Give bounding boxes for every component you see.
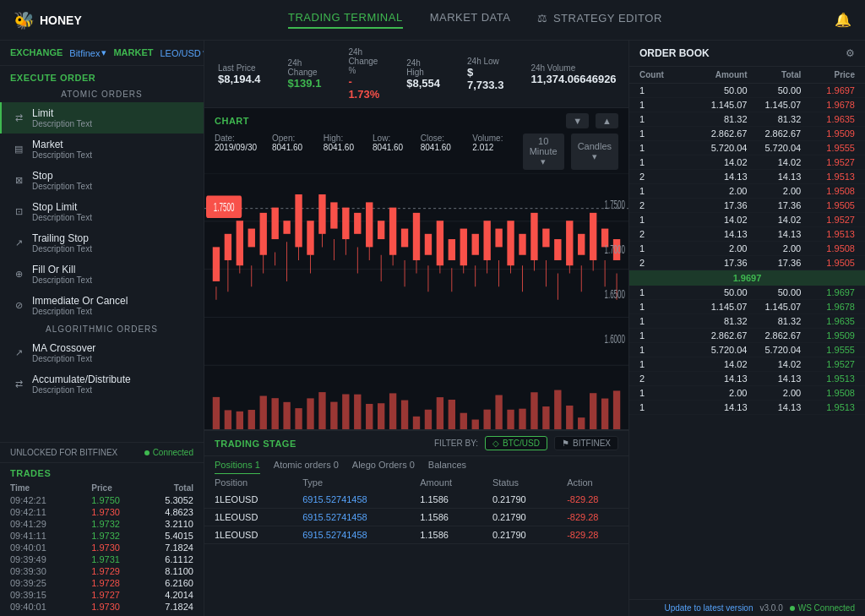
nav-tabs: TRADING TERMINAL MARKET DATA ⚖ STRATEGY … bbox=[116, 11, 835, 29]
ob-price: 1.9508 bbox=[801, 388, 855, 398]
connected-badge: Connected bbox=[144, 448, 193, 457]
order-item-limit[interactable]: ⇄ Limit Description Text bbox=[0, 102, 204, 134]
ob-count: 1 bbox=[639, 85, 694, 95]
logo: 🐝 HONEY bbox=[14, 10, 82, 30]
order-item-immediate-or-cancel[interactable]: ⊘ Immediate Or Cancel Description Text bbox=[0, 290, 204, 321]
ob-count: 1 bbox=[639, 100, 694, 110]
market-selector[interactable]: LEO/USD ▾ bbox=[160, 47, 204, 58]
filter-bitfinex-btn[interactable]: ⚑ BITFINEX bbox=[554, 436, 618, 450]
svg-rect-34 bbox=[354, 213, 361, 234]
svg-rect-60 bbox=[507, 221, 514, 265]
stop-desc: Description Text bbox=[32, 182, 92, 191]
filter-btc-btn[interactable]: ◇ BTC/USD bbox=[485, 436, 547, 450]
trade-time: 09:39:49 bbox=[10, 554, 46, 564]
order-item-trailing-stop[interactable]: ↗ Trailing Stop Description Text bbox=[0, 227, 204, 259]
order-item-market[interactable]: ▤ Market Description Text bbox=[0, 134, 204, 165]
accumulate-label: Accumulate/Distribute bbox=[32, 373, 131, 385]
update-link[interactable]: Update to latest version bbox=[664, 603, 753, 613]
change-pct-item: 24h Change % - 1.73% bbox=[348, 47, 379, 101]
ob-price: 1.9508 bbox=[801, 243, 855, 253]
order-item-accumulate[interactable]: ⇄ Accumulate/Distribute Description Text bbox=[0, 368, 204, 400]
orderbook-rows: 1 50.00 50.00 1.9697 1 1.145.07 1.145.07… bbox=[629, 84, 865, 599]
chart-type-selector[interactable]: Candles ▾ bbox=[571, 134, 618, 170]
orderbook-cols: Count Amount Total Price bbox=[629, 67, 865, 84]
ob-amount-header: Amount bbox=[694, 70, 748, 79]
order-item-fill-or-kill[interactable]: ⊕ Fill Or Kill Description Text bbox=[0, 259, 204, 290]
svg-rect-105 bbox=[519, 409, 525, 429]
exchange-bar: EXCHANGE Bitfinex ▾ MARKET LEO/USD ▾ bbox=[0, 41, 204, 66]
svg-text:1.7500: 1.7500 bbox=[604, 197, 625, 211]
low-label: 24h Low bbox=[467, 57, 503, 66]
trade-price: 1.9731 bbox=[91, 554, 120, 564]
chart-expand-btn[interactable]: ▲ bbox=[596, 113, 618, 128]
svg-rect-104 bbox=[507, 410, 514, 429]
filter-icon: ⚑ bbox=[562, 439, 569, 448]
trailing-stop-icon: ↗ bbox=[12, 237, 25, 248]
stage-tabs: Positions 1 Atomic orders 0 Alego Orders… bbox=[204, 456, 628, 474]
action-cell: -829.28 bbox=[557, 509, 628, 526]
tab-trading-terminal[interactable]: TRADING TERMINAL bbox=[288, 11, 403, 29]
svg-rect-90 bbox=[342, 395, 349, 429]
gear-icon[interactable]: ⚙ bbox=[846, 47, 855, 59]
svg-rect-112 bbox=[601, 399, 608, 429]
chart-controls: ▼ ▲ bbox=[566, 113, 618, 128]
trade-row: 09:42:21 1.9750 5.3052 bbox=[10, 494, 193, 506]
svg-rect-70 bbox=[566, 221, 573, 265]
ob-amount: 1.145.07 bbox=[694, 302, 748, 312]
top-nav: 🐝 HONEY TRADING TERMINAL MARKET DATA ⚖ S… bbox=[0, 0, 865, 41]
chart-header: CHART ▼ ▲ bbox=[204, 108, 628, 134]
svg-rect-113 bbox=[613, 390, 620, 429]
trade-time: 09:40:01 bbox=[10, 542, 46, 553]
limit-icon: ⇄ bbox=[12, 112, 25, 123]
interval-selector[interactable]: 10 Minute ▾ bbox=[523, 134, 564, 170]
trades-total-header: Total bbox=[174, 483, 193, 493]
app-name: HONEY bbox=[40, 14, 82, 27]
ob-price: 1.9697 bbox=[801, 287, 855, 297]
list-item: 1 5.720.04 5.720.04 1.9555 bbox=[629, 141, 865, 155]
tab-atomic-orders[interactable]: Atomic orders 0 bbox=[274, 460, 339, 474]
svg-rect-81 bbox=[237, 412, 243, 429]
execute-order-header: EXECUTE ORDER bbox=[0, 66, 204, 86]
last-price-label: Last Price bbox=[218, 63, 261, 73]
tab-algo-orders[interactable]: Alego Orders 0 bbox=[352, 460, 415, 474]
chart-collapse-btn[interactable]: ▼ bbox=[566, 113, 589, 128]
ob-price: 1.9527 bbox=[801, 215, 855, 225]
amount-cell: 1.1586 bbox=[410, 491, 482, 509]
trade-row: 09:40:01 1.9730 7.1824 bbox=[10, 542, 193, 553]
action-cell: -829.28 bbox=[557, 491, 628, 509]
tab-market-data[interactable]: MARKET DATA bbox=[430, 11, 511, 29]
trade-total: 6.1112 bbox=[165, 554, 193, 564]
tab-positions[interactable]: Positions 1 bbox=[215, 460, 260, 474]
ob-total: 17.36 bbox=[748, 258, 802, 268]
order-item-stop-limit[interactable]: ⊡ Stop Limit Description Text bbox=[0, 196, 204, 227]
ohlc-low-label: Low: 8041.60 bbox=[373, 134, 407, 170]
svg-rect-20 bbox=[271, 208, 278, 239]
ob-total: 81.32 bbox=[748, 114, 802, 124]
svg-rect-14 bbox=[237, 221, 243, 265]
list-item: 1 2.00 2.00 1.9508 bbox=[629, 386, 865, 401]
order-item-ma-crossover[interactable]: ↗ MA Crossover Description Text bbox=[0, 337, 204, 368]
svg-rect-64 bbox=[530, 213, 537, 260]
algo-orders-title: ALGORITHMIC ORDERS bbox=[0, 321, 204, 337]
trades-price-header: Price bbox=[91, 483, 112, 493]
svg-rect-91 bbox=[354, 395, 361, 429]
stop-label: Stop bbox=[32, 170, 92, 182]
ohlc-volume-label: Volume: 2.012 bbox=[472, 134, 509, 170]
svg-rect-93 bbox=[378, 403, 384, 429]
ob-total: 14.13 bbox=[748, 229, 802, 239]
order-item-stop[interactable]: ⊠ Stop Description Text bbox=[0, 165, 204, 196]
ob-count: 2 bbox=[639, 172, 694, 182]
orderbook-title: ORDER BOOK bbox=[639, 47, 710, 59]
exchange-selector[interactable]: Bitfinex ▾ bbox=[69, 47, 106, 58]
trade-time: 09:40:01 bbox=[10, 602, 46, 612]
exchange-label: EXCHANGE bbox=[10, 47, 63, 58]
ws-connected: WS Connected bbox=[790, 603, 855, 613]
notifications-icon[interactable]: 🔔 bbox=[835, 12, 851, 28]
svg-rect-68 bbox=[554, 239, 561, 260]
trade-time: 09:39:15 bbox=[10, 590, 46, 600]
svg-rect-48 bbox=[437, 221, 443, 265]
tab-strategy-editor[interactable]: ⚖ STRATEGY EDITOR bbox=[537, 11, 661, 29]
ob-total: 50.00 bbox=[748, 85, 802, 95]
ob-amount: 2.862.67 bbox=[694, 330, 748, 341]
tab-balances[interactable]: Balances bbox=[428, 460, 466, 474]
